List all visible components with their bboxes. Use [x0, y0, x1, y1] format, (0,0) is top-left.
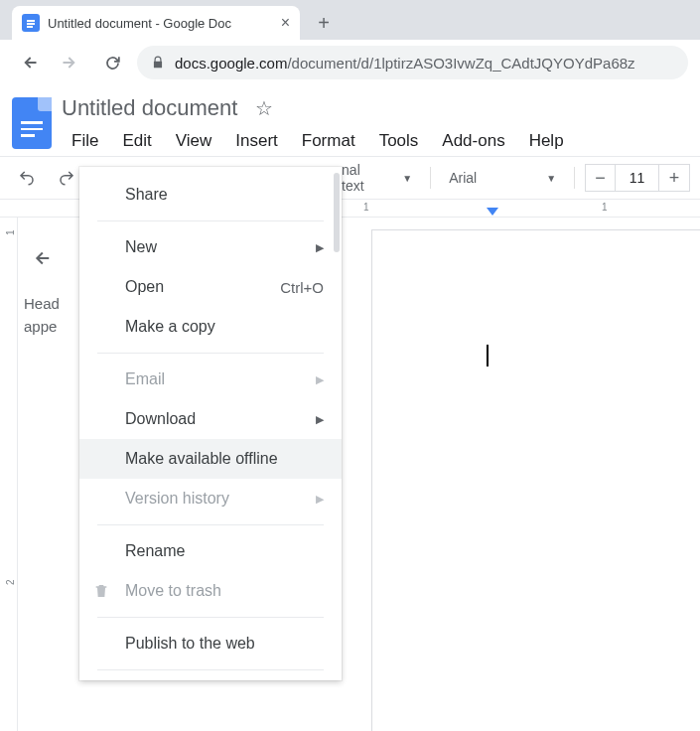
trash-icon [93, 583, 109, 599]
tab-strip: Untitled document - Google Doc × + [0, 0, 700, 40]
menu-item-email[interactable]: Email ▶ [79, 360, 342, 399]
menu-item-make-a-copy[interactable]: Make a copy [79, 307, 342, 347]
font-family-dropdown[interactable]: Arial ▼ [441, 166, 564, 190]
docs-favicon-icon [22, 14, 40, 32]
menu-addons[interactable]: Add-ons [432, 127, 514, 155]
menu-item-label: Make a copy [125, 318, 215, 336]
chevron-down-icon: ▼ [402, 173, 412, 184]
menu-item-label: Download [125, 410, 196, 428]
close-tab-icon[interactable]: × [281, 14, 290, 32]
menu-divider [97, 617, 324, 618]
menu-shortcut: Ctrl+O [280, 279, 324, 296]
ruler-tick: 1 [363, 202, 369, 213]
text-cursor [487, 345, 489, 366]
menu-item-rename[interactable]: Rename [79, 531, 342, 571]
browser-chrome: Untitled document - Google Doc × + docs.… [0, 0, 700, 85]
menu-divider [97, 524, 324, 525]
menu-item-move-to-trash[interactable]: Move to trash [79, 571, 342, 611]
menubar: File Edit View Insert Format Tools Add-o… [62, 127, 688, 155]
ruler-tick: 1 [5, 229, 16, 235]
menu-item-make-available-offline[interactable]: Make available offline [79, 439, 342, 479]
undo-button[interactable] [10, 165, 44, 191]
submenu-arrow-icon: ▶ [316, 373, 324, 386]
star-icon[interactable]: ☆ [255, 96, 273, 120]
menu-divider [97, 669, 324, 670]
font-family-label: Arial [449, 170, 477, 186]
menu-tools[interactable]: Tools [369, 127, 429, 155]
menu-item-label: Share [125, 186, 168, 204]
menu-insert[interactable]: Insert [225, 127, 288, 155]
lock-icon [151, 56, 165, 70]
menu-format[interactable]: Format [292, 127, 365, 155]
back-button[interactable] [12, 46, 46, 79]
document-title[interactable]: Untitled document [62, 95, 237, 121]
address-bar: docs.google.com/document/d/1lptirzASO3Iv… [0, 40, 700, 85]
menu-item-label: Publish to the web [125, 635, 255, 653]
separator [574, 167, 575, 189]
indent-marker-icon[interactable] [487, 208, 498, 216]
menu-view[interactable]: View [166, 127, 222, 155]
paragraph-style-label: nal text [342, 162, 380, 194]
menu-item-label: Version history [125, 490, 229, 508]
url-text: docs.google.com/document/d/1lptirzASO3Iv… [175, 55, 635, 72]
menu-item-share[interactable]: Share [79, 175, 342, 215]
menu-item-download[interactable]: Download ▶ [79, 399, 342, 439]
outline-hint-text: Head appe [24, 293, 83, 338]
submenu-arrow-icon: ▶ [316, 241, 324, 254]
menu-item-publish-to-web[interactable]: Publish to the web [79, 624, 342, 663]
forward-button[interactable] [54, 46, 87, 79]
browser-tab[interactable]: Untitled document - Google Doc × [12, 6, 300, 40]
ruler-tick: 2 [5, 579, 16, 585]
separator [430, 167, 431, 189]
menu-item-label: Rename [125, 542, 185, 560]
menu-help[interactable]: Help [519, 127, 574, 155]
menu-item-label: Make available offline [125, 450, 278, 468]
outline-collapse-button[interactable] [24, 241, 58, 275]
vertical-ruler[interactable]: 1 2 [0, 218, 18, 731]
url-field[interactable]: docs.google.com/document/d/1lptirzASO3Iv… [137, 46, 688, 79]
ruler-tick: 1 [602, 202, 608, 213]
decrease-font-size-button[interactable]: − [586, 165, 616, 191]
menu-item-version-history[interactable]: Version history ▶ [79, 479, 342, 518]
menu-item-label: Move to trash [125, 582, 221, 600]
file-menu-dropdown: Share New ▶ Open Ctrl+O Make a copy Emai… [79, 167, 342, 680]
increase-font-size-button[interactable]: + [659, 165, 689, 191]
docs-header: Untitled document ☆ File Edit View Inser… [0, 85, 700, 156]
new-tab-button[interactable]: + [310, 9, 338, 37]
paragraph-style-dropdown[interactable]: nal text ▼ [334, 158, 420, 198]
font-size-value[interactable]: 11 [616, 165, 659, 191]
reload-button[interactable] [95, 46, 129, 79]
menu-divider [97, 220, 324, 221]
menu-item-new[interactable]: New ▶ [79, 227, 342, 267]
submenu-arrow-icon: ▶ [316, 413, 324, 426]
menu-edit[interactable]: Edit [112, 127, 161, 155]
menu-item-open[interactable]: Open Ctrl+O [79, 267, 342, 307]
menu-item-label: Open [125, 278, 164, 296]
redo-button[interactable] [50, 165, 83, 191]
docs-logo-icon[interactable] [12, 97, 52, 149]
chevron-down-icon: ▼ [546, 173, 556, 184]
menu-divider [97, 353, 324, 354]
menu-item-label: Email [125, 370, 165, 388]
menu-file[interactable]: File [62, 127, 108, 155]
document-page[interactable] [371, 229, 700, 731]
tab-title: Untitled document - Google Doc [48, 16, 273, 31]
font-size-stepper: − 11 + [585, 164, 690, 192]
menu-item-label: New [125, 238, 157, 256]
submenu-arrow-icon: ▶ [316, 493, 324, 506]
